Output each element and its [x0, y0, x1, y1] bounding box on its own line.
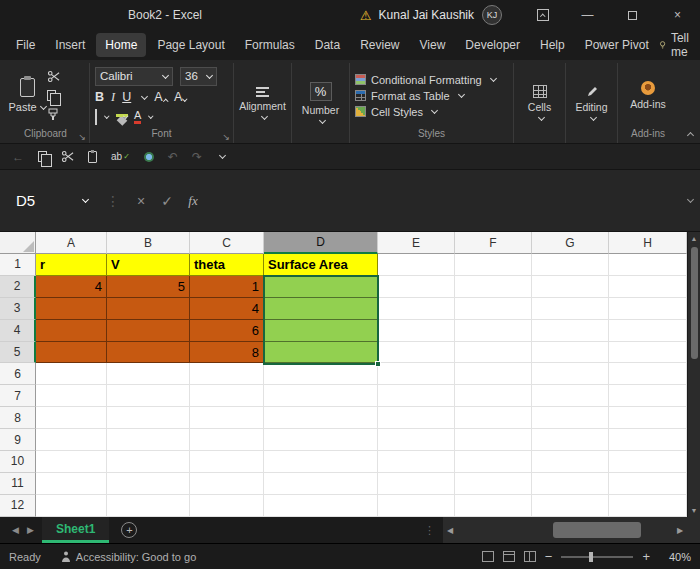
column-header-C[interactable]: C — [190, 232, 264, 254]
qat-paste-button[interactable] — [88, 151, 97, 163]
tab-formulas[interactable]: Formulas — [236, 33, 304, 57]
cell-A10[interactable] — [36, 451, 107, 473]
cell-H8[interactable] — [609, 407, 687, 429]
zoom-slider-thumb[interactable] — [589, 552, 593, 562]
decrease-font-size-button[interactable]: A — [174, 90, 187, 104]
cell-F10[interactable] — [455, 451, 532, 473]
fill-handle[interactable] — [375, 361, 381, 367]
cell-C2[interactable]: 1 — [190, 276, 264, 298]
font-dialog-launcher[interactable]: ↘ — [222, 132, 230, 142]
cell-G2[interactable] — [532, 276, 609, 298]
cell-B8[interactable] — [107, 407, 190, 429]
cell-C3[interactable]: 4 — [190, 298, 264, 320]
cell-C8[interactable] — [190, 407, 264, 429]
row-header-4[interactable]: 4 — [0, 320, 36, 342]
user-name[interactable]: Kunal Jai Kaushik — [379, 8, 474, 22]
cut-button[interactable] — [47, 69, 60, 84]
row-header-2[interactable]: 2 — [0, 276, 36, 298]
cell-D4[interactable] — [264, 320, 378, 342]
sheet-nav-right-arrow[interactable]: ▶ — [23, 525, 38, 535]
font-name-select[interactable]: Calibri — [95, 67, 173, 86]
hscroll-right-arrow[interactable]: ▶ — [673, 517, 687, 543]
enter-button[interactable]: ✓ — [154, 193, 180, 209]
cell-D3[interactable] — [264, 298, 378, 320]
increase-font-size-button[interactable]: A — [154, 90, 167, 104]
clipboard-dialog-launcher[interactable]: ↘ — [78, 132, 86, 142]
cell-G4[interactable] — [532, 320, 609, 342]
cell-D11[interactable] — [264, 473, 378, 495]
name-box-splitter[interactable]: ⋮ — [106, 193, 120, 209]
cell-D12[interactable] — [264, 495, 378, 517]
cell-A5[interactable] — [36, 342, 107, 364]
borders-button[interactable] — [95, 110, 97, 124]
cell-E9[interactable] — [378, 429, 455, 451]
cell-B11[interactable] — [107, 473, 190, 495]
cell-A8[interactable] — [36, 407, 107, 429]
qat-cut-button[interactable] — [61, 150, 74, 163]
row-header-5[interactable]: 5 — [0, 342, 36, 364]
horizontal-scroll-thumb[interactable] — [553, 522, 641, 538]
maximize-button[interactable] — [610, 0, 655, 30]
page-break-view-button[interactable] — [524, 551, 536, 562]
cell-B3[interactable] — [107, 298, 190, 320]
cell-H10[interactable] — [609, 451, 687, 473]
cell-F12[interactable] — [455, 495, 532, 517]
cell-F6[interactable] — [455, 363, 532, 385]
cell-G5[interactable] — [532, 342, 609, 364]
back-button[interactable]: ← — [12, 150, 24, 164]
cells-group[interactable]: Cells — [514, 63, 566, 143]
tab-splitter-handle[interactable]: ⋮ — [424, 524, 435, 537]
ribbon-display-options-button[interactable] — [520, 0, 565, 30]
accessibility-status[interactable]: Accessibility: Good to go — [61, 551, 196, 563]
cell-G8[interactable] — [532, 407, 609, 429]
cell-D8[interactable] — [264, 407, 378, 429]
cell-H2[interactable] — [609, 276, 687, 298]
cell-C5[interactable]: 8 — [190, 342, 264, 364]
cell-E7[interactable] — [378, 385, 455, 407]
tab-review[interactable]: Review — [351, 33, 408, 57]
scroll-up-arrow[interactable]: ▲ — [691, 232, 698, 245]
redo-button[interactable]: ↷ — [192, 150, 202, 164]
column-header-D[interactable]: D — [264, 232, 378, 254]
cell-G10[interactable] — [532, 451, 609, 473]
cell-B12[interactable] — [107, 495, 190, 517]
cell-A2[interactable]: 4 — [36, 276, 107, 298]
cell-D2[interactable] — [264, 276, 378, 298]
row-header-10[interactable]: 10 — [0, 451, 36, 473]
cell-C10[interactable] — [190, 451, 264, 473]
cell-E11[interactable] — [378, 473, 455, 495]
undo-button[interactable]: ↶ — [168, 150, 178, 164]
cell-B6[interactable] — [107, 363, 190, 385]
cell-G3[interactable] — [532, 298, 609, 320]
cell-H12[interactable] — [609, 495, 687, 517]
cell-C4[interactable]: 6 — [190, 320, 264, 342]
cell-F9[interactable] — [455, 429, 532, 451]
cell-D1[interactable]: Surface Area — [264, 254, 378, 276]
tell-me-button[interactable]: Tell me — [659, 31, 694, 59]
cell-A12[interactable] — [36, 495, 107, 517]
page-layout-view-button[interactable] — [503, 551, 515, 562]
cell-H3[interactable] — [609, 298, 687, 320]
cell-B10[interactable] — [107, 451, 190, 473]
cell-C12[interactable] — [190, 495, 264, 517]
select-all-button[interactable] — [0, 232, 36, 254]
cell-F1[interactable] — [455, 254, 532, 276]
insert-function-button[interactable]: fx — [180, 193, 206, 209]
cell-F3[interactable] — [455, 298, 532, 320]
cell-E5[interactable] — [378, 342, 455, 364]
zoom-out-button[interactable]: − — [545, 549, 553, 564]
row-header-1[interactable]: 1 — [0, 254, 36, 276]
conditional-formatting-button[interactable]: Conditional Formatting — [355, 74, 508, 86]
cancel-button[interactable]: × — [128, 193, 154, 209]
cell-E2[interactable] — [378, 276, 455, 298]
row-header-8[interactable]: 8 — [0, 407, 36, 429]
cell-G11[interactable] — [532, 473, 609, 495]
zoom-level[interactable]: 40% — [659, 551, 691, 563]
close-button[interactable]: × — [655, 0, 700, 30]
format-painter-button[interactable] — [47, 107, 60, 122]
formula-input[interactable] — [206, 170, 676, 231]
cell-C9[interactable] — [190, 429, 264, 451]
font-color-button[interactable]: A — [134, 109, 141, 124]
tab-data[interactable]: Data — [306, 33, 349, 57]
zoom-in-button[interactable]: + — [642, 549, 650, 564]
